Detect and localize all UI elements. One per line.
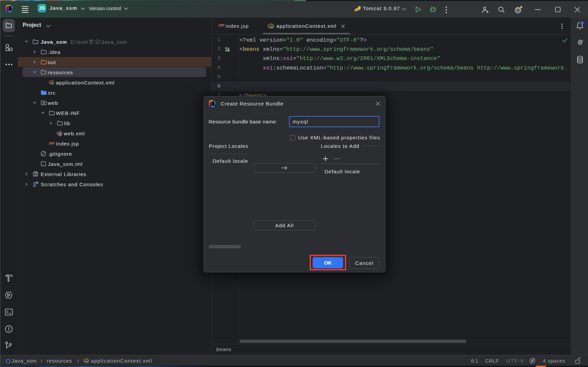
svg-text:IJ: IJ bbox=[7, 7, 9, 9]
svg-text:IJ: IJ bbox=[211, 102, 212, 104]
